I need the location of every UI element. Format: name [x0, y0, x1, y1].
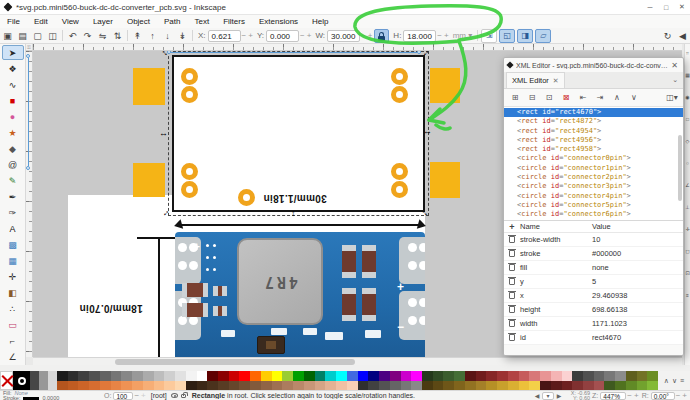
zoom-plus-button[interactable]: +: [634, 391, 639, 400]
attribute-row[interactable]: height698.66138: [504, 303, 683, 317]
attribute-row[interactable]: stroke-width10: [504, 233, 683, 247]
menu-item-extensions[interactable]: Extensions: [252, 15, 305, 28]
raise-icon[interactable]: ↑: [145, 29, 160, 43]
select-all-icon[interactable]: ▣: [0, 29, 15, 43]
attribute-row[interactable]: fillnone: [504, 261, 683, 275]
color-swatch[interactable]: [186, 371, 197, 381]
color-swatch[interactable]: [637, 371, 648, 381]
color-swatch[interactable]: [218, 381, 229, 391]
color-swatch[interactable]: [347, 371, 358, 381]
copper-pad-square[interactable]: [430, 162, 460, 198]
xml-panel-header[interactable]: XML Editor - svg.pcb.mini560-buck-dc-dc-…: [504, 58, 683, 72]
color-swatch[interactable]: [443, 381, 454, 391]
current-layer-label[interactable]: [root]: [151, 392, 167, 399]
menu-item-filters[interactable]: Filters: [216, 15, 252, 28]
color-swatch[interactable]: [186, 381, 197, 391]
color-swatch[interactable]: [272, 381, 283, 391]
color-swatch[interactable]: [272, 371, 283, 381]
ellipse-tool[interactable]: ●: [2, 109, 24, 124]
scrollbar-thumb[interactable]: [115, 359, 355, 365]
color-swatch[interactable]: [111, 381, 122, 391]
swatch-none[interactable]: [0, 371, 13, 390]
color-swatch[interactable]: [132, 371, 143, 381]
guide-line-vertical[interactable]: [28, 58, 29, 166]
color-swatch[interactable]: [476, 371, 487, 381]
delete-node-icon[interactable]: ⊠: [559, 91, 573, 104]
color-swatch[interactable]: [175, 371, 186, 381]
color-swatch[interactable]: [497, 371, 508, 381]
pad-ring[interactable]: [181, 181, 198, 198]
attribute-value[interactable]: none: [592, 263, 683, 272]
color-swatch[interactable]: [229, 381, 240, 391]
pad-ring[interactable]: [391, 163, 408, 180]
color-swatch[interactable]: [57, 381, 68, 391]
color-swatch[interactable]: [411, 371, 422, 381]
menu-item-edit[interactable]: Edit: [27, 15, 55, 28]
color-swatch[interactable]: [562, 381, 573, 391]
lower-icon[interactable]: ↓: [160, 29, 175, 43]
horizontal-ruler[interactable]: [33, 44, 682, 51]
color-swatch[interactable]: [315, 381, 326, 391]
color-swatch[interactable]: [401, 371, 412, 381]
color-swatch[interactable]: [519, 371, 530, 381]
attribute-row[interactable]: stroke#000000: [504, 247, 683, 261]
color-swatch[interactable]: [433, 381, 444, 391]
attribute-value[interactable]: 10: [592, 235, 683, 244]
color-swatch[interactable]: [390, 371, 401, 381]
color-swatch[interactable]: [250, 381, 261, 391]
copper-pad-square[interactable]: [133, 68, 165, 105]
xml-tree-node[interactable]: <rect id="rect4958">: [504, 145, 683, 154]
delete-attribute-icon[interactable]: [504, 334, 520, 341]
color-swatch[interactable]: [390, 381, 401, 391]
attribute-value[interactable]: 29.460938: [592, 291, 683, 300]
color-swatch[interactable]: [293, 371, 304, 381]
raise-to-top-icon[interactable]: ↟: [130, 29, 145, 43]
menu-item-text[interactable]: Text: [188, 15, 217, 28]
copper-pad-square[interactable]: [133, 163, 165, 197]
swatch-unset[interactable]: [13, 371, 30, 390]
rotate-ccw-icon[interactable]: ↶: [65, 29, 80, 43]
color-swatch[interactable]: [207, 381, 218, 391]
rotate-cw-icon[interactable]: ↷: [80, 29, 95, 43]
color-swatch[interactable]: [239, 381, 250, 391]
color-swatch[interactable]: [143, 381, 154, 391]
move-node-up-icon[interactable]: ∧: [610, 91, 624, 104]
color-swatch[interactable]: [540, 381, 551, 391]
color-swatch[interactable]: [325, 371, 336, 381]
color-swatch[interactable]: [615, 381, 626, 391]
color-swatch[interactable]: [411, 381, 422, 391]
rotation-input[interactable]: 0.00°: [651, 392, 675, 400]
prev-icon[interactable]: ◀: [532, 392, 542, 399]
color-swatch[interactable]: [583, 381, 594, 391]
layer-lock-icon[interactable]: [181, 394, 186, 398]
attribute-value[interactable]: #000000: [592, 249, 683, 258]
color-swatch[interactable]: [486, 371, 497, 381]
delete-attribute-icon[interactable]: [504, 236, 520, 243]
color-swatch[interactable]: [486, 381, 497, 391]
x-input[interactable]: 0.621: [208, 30, 241, 42]
xml-tree-node[interactable]: <rect id="rect4872">: [504, 117, 683, 126]
x-minus-button[interactable]: −: [242, 31, 247, 40]
color-swatch[interactable]: [626, 381, 637, 391]
color-swatch[interactable]: [551, 371, 562, 381]
color-swatch[interactable]: [465, 371, 476, 381]
xml-tree-node[interactable]: <circle id="connector2pin">: [504, 173, 683, 182]
palette-menu-icon[interactable]: ≡: [680, 377, 684, 384]
xml-tree-node[interactable]: <circle id="connector5pin">: [504, 201, 683, 210]
color-swatch[interactable]: [508, 371, 519, 381]
color-swatch[interactable]: [282, 381, 293, 391]
color-swatch[interactable]: [647, 381, 658, 391]
mesh-tool[interactable]: ▦: [2, 253, 24, 268]
color-swatch[interactable]: [583, 371, 594, 381]
selector-tool[interactable]: ➤: [2, 45, 24, 60]
transform-affect-icon[interactable]: ↻: [660, 29, 675, 43]
maximize-button[interactable]: □: [658, 0, 674, 14]
y-minus-button[interactable]: −: [300, 31, 305, 40]
minimize-button[interactable]: ─: [642, 0, 658, 14]
color-swatch[interactable]: [476, 381, 487, 391]
delete-attribute-icon[interactable]: [504, 292, 520, 299]
color-swatch[interactable]: [143, 371, 154, 381]
pad-ring[interactable]: [391, 68, 408, 85]
attribute-value[interactable]: rect4670: [592, 333, 683, 342]
node-tool[interactable]: ❖: [2, 61, 24, 76]
